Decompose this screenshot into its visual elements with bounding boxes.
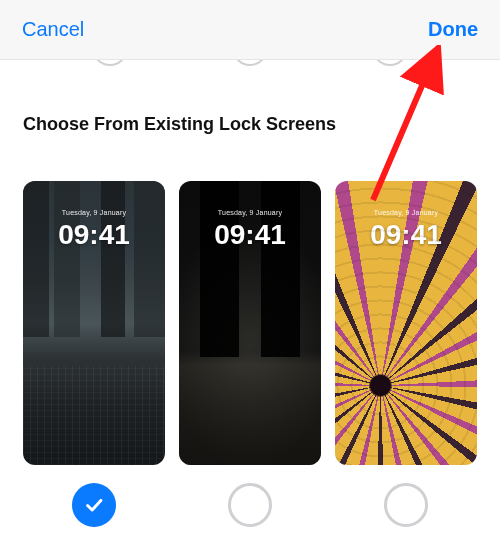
previous-section-peek — [0, 60, 500, 70]
radio-unselected[interactable] — [384, 483, 428, 527]
lock-screen-date: Tuesday, 9 January — [23, 209, 165, 216]
selection-row — [0, 465, 500, 527]
cancel-button[interactable]: Cancel — [22, 18, 84, 41]
section-title: Choose From Existing Lock Screens — [23, 114, 500, 135]
lock-screen-date: Tuesday, 9 January — [335, 209, 477, 216]
lock-screen-gallery: Tuesday, 9 January 09:41 Tuesday, 9 Janu… — [0, 135, 500, 465]
lock-screen-time: 09:41 — [23, 219, 165, 251]
done-button[interactable]: Done — [428, 18, 478, 41]
lock-screen-thumbnail[interactable]: Tuesday, 9 January 09:41 — [335, 181, 477, 465]
lock-screen-time: 09:41 — [179, 219, 321, 251]
lock-screen-thumbnail[interactable]: Tuesday, 9 January 09:41 — [179, 181, 321, 465]
checkmark-icon — [83, 494, 105, 516]
radio-unselected[interactable] — [228, 483, 272, 527]
lock-screen-thumbnail[interactable]: Tuesday, 9 January 09:41 — [23, 181, 165, 465]
lock-screen-time: 09:41 — [335, 219, 477, 251]
navigation-bar: Cancel Done — [0, 0, 500, 60]
lock-screen-date: Tuesday, 9 January — [179, 209, 321, 216]
radio-selected[interactable] — [72, 483, 116, 527]
